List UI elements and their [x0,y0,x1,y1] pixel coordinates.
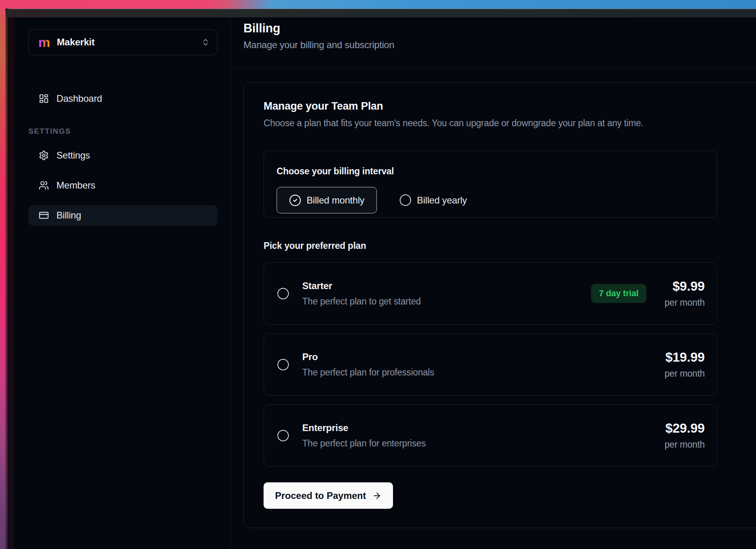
plan-period: per month [664,297,705,308]
plan-name: Pro [302,351,434,362]
desktop-wallpaper-left [0,0,6,549]
plan-name: Starter [302,280,421,291]
gear-icon [39,150,49,161]
sidebar-item-label: Members [56,180,95,191]
plan-text: Starter The perfect plan to get started [302,280,421,307]
team-plan-card: Manage your Team Plan Choose a plan that… [243,82,756,528]
billing-interval-label: Choose your billing interval [277,166,704,177]
app-window: m Makerkit Dashboard SETTINGS Settings M… [14,17,756,549]
billing-interval-options: Billed monthly Billed yearly [277,187,704,213]
plan-price-area: $29.99 per month [664,421,705,450]
plan-radio-enterprise[interactable] [277,430,289,441]
price-block: $29.99 per month [664,421,705,450]
window-titlebar[interactable] [6,9,756,17]
window-left-edge-inner [7,17,14,549]
makerkit-logo-icon: m [38,35,50,49]
plan-text: Enterprise The perfect plan for enterpri… [302,422,426,449]
plan-text: Pro The perfect plan for professionals [302,351,434,378]
billed-yearly-label: Billed yearly [417,195,467,206]
main-content: Billing Manage your billing and subscrip… [231,17,756,549]
page-subtitle: Manage your billing and subscription [243,39,743,50]
card-title: Manage your Team Plan [264,100,753,112]
proceed-to-payment-button[interactable]: Proceed to Payment [264,482,393,509]
dashboard-icon [39,93,49,104]
billed-monthly-label: Billed monthly [307,195,365,206]
radio-circle-icon [400,194,411,206]
page-header: Billing Manage your billing and subscrip… [231,17,756,68]
sidebar-item-label: Dashboard [56,93,102,104]
plan-price: $29.99 [664,421,705,436]
price-block: $9.99 per month [664,279,705,308]
plan-period: per month [664,368,705,379]
sidebar-item-settings[interactable]: Settings [28,145,217,166]
chevrons-up-down-icon [201,38,210,47]
proceed-to-payment-label: Proceed to Payment [275,490,366,501]
plan-radio-starter[interactable] [277,288,289,299]
plan-description: The perfect plan for professionals [302,367,434,378]
plan-row-enterprise[interactable]: Enterprise The perfect plan for enterpri… [264,404,717,467]
arrow-right-icon [372,491,382,500]
sidebar-item-dashboard[interactable]: Dashboard [28,88,217,109]
sidebar-item-billing[interactable]: Billing [28,205,217,226]
card-description: Choose a plan that fits your team's need… [264,118,753,129]
sidebar-section-settings-label: SETTINGS [28,127,217,136]
plans-label: Pick your preferred plan [264,241,753,251]
plan-description: The perfect plan for enterprises [302,438,426,449]
billed-yearly-option[interactable]: Billed yearly [400,194,467,206]
sidebar-item-members[interactable]: Members [28,175,217,196]
workspace-selector[interactable]: m Makerkit [28,29,217,55]
sidebar-item-label: Billing [56,210,81,221]
plan-radio-pro[interactable] [277,359,289,370]
plan-description: The perfect plan to get started [302,296,421,307]
sidebar-item-label: Settings [56,150,90,161]
billing-interval-box: Choose your billing interval Billed mont… [264,151,717,218]
plan-price: $19.99 [664,350,705,365]
billed-monthly-option[interactable]: Billed monthly [277,187,377,213]
sidebar: m Makerkit Dashboard SETTINGS Settings M… [14,17,231,549]
workspace-name: Makerkit [57,37,95,48]
users-icon [39,180,49,190]
page-body: Manage your Team Plan Choose a plan that… [231,68,756,549]
trial-badge: 7 day trial [591,284,647,303]
page-title: Billing [243,21,743,35]
plan-name: Enterprise [302,422,426,433]
plan-row-pro[interactable]: Pro The perfect plan for professionals $… [264,333,717,396]
plan-price: $9.99 [664,279,705,294]
plan-period: per month [664,439,705,450]
plan-price-area: $19.99 per month [664,350,705,379]
plan-price-area: 7 day trial $9.99 per month [591,279,705,308]
check-circle-icon [289,194,301,207]
price-block: $19.99 per month [664,350,705,379]
plan-row-starter[interactable]: Starter The perfect plan to get started … [264,262,717,325]
credit-card-icon [39,210,49,220]
desktop-wallpaper-top [0,0,756,9]
